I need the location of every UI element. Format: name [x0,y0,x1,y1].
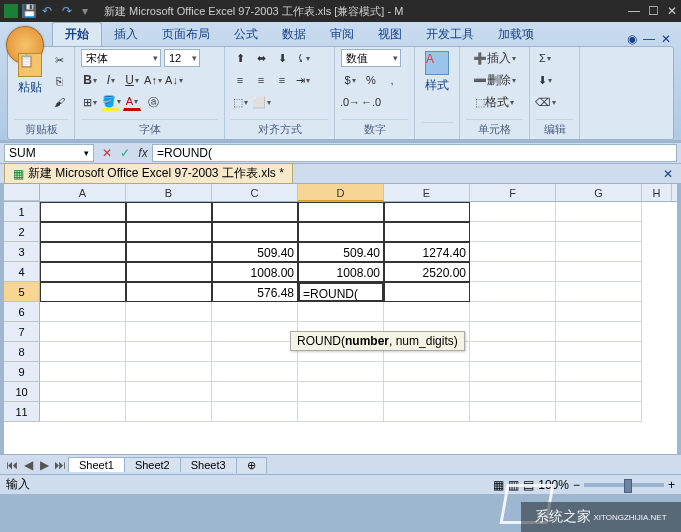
cell[interactable] [126,222,212,242]
cell[interactable] [556,382,642,402]
underline-button[interactable]: U [123,71,141,89]
tab-data[interactable]: 数据 [270,23,318,46]
cell[interactable] [556,402,642,422]
cell[interactable] [298,362,384,382]
cell[interactable] [556,302,642,322]
cell[interactable] [126,282,212,302]
row-header[interactable]: 4 [4,262,40,282]
cell[interactable] [212,402,298,422]
cell[interactable] [298,402,384,422]
select-all-corner[interactable] [4,184,40,201]
row-header[interactable]: 1 [4,202,40,222]
cell[interactable] [40,322,126,342]
row-header[interactable]: 7 [4,322,40,342]
phonetic-button[interactable]: ⓐ [144,93,162,111]
fx-button[interactable]: fx [134,146,152,160]
decrease-decimal-button[interactable]: ←.0 [362,93,380,111]
cell[interactable] [470,262,556,282]
align-middle-button[interactable]: ⬌ [252,49,270,67]
cell[interactable]: 2520.00 [384,262,470,282]
redo-icon[interactable]: ↷ [62,4,76,18]
row-header[interactable]: 11 [4,402,40,422]
bold-button[interactable]: B [81,71,99,89]
name-box[interactable]: SUM▾ [4,144,94,162]
row-header[interactable]: 10 [4,382,40,402]
sheet-nav-last[interactable]: ⏭ [52,458,68,472]
undo-icon[interactable]: ↶ [42,4,56,18]
maximize-button[interactable]: ☐ [648,4,659,18]
cell[interactable] [40,302,126,322]
cell[interactable] [212,322,298,342]
copy-icon[interactable]: ⎘ [50,72,68,90]
paste-button[interactable]: 📋 粘贴 [14,51,46,98]
align-center-button[interactable]: ≡ [252,71,270,89]
zoom-in-button[interactable]: + [668,478,675,492]
cell[interactable] [40,202,126,222]
row-header[interactable]: 6 [4,302,40,322]
cell[interactable] [126,242,212,262]
cell[interactable] [556,322,642,342]
cell[interactable] [126,262,212,282]
cell[interactable] [556,342,642,362]
cell[interactable] [470,242,556,262]
cell[interactable] [126,362,212,382]
indent-button[interactable]: ⇥ [294,71,312,89]
row-header[interactable]: 9 [4,362,40,382]
autosum-button[interactable]: Σ [536,49,554,67]
format-cells-button[interactable]: ⬚格式 [466,93,523,111]
cell[interactable] [126,322,212,342]
tab-review[interactable]: 审阅 [318,23,366,46]
cell[interactable] [298,382,384,402]
align-left-button[interactable]: ≡ [231,71,249,89]
cell[interactable] [40,402,126,422]
zoom-level[interactable]: 100% [538,478,569,492]
merge-button[interactable]: ⬜ [252,93,270,111]
row-header[interactable]: 5 [4,282,40,302]
cell[interactable] [470,342,556,362]
col-header-a[interactable]: A [40,184,126,201]
align-top-button[interactable]: ⬆ [231,49,249,67]
formula-confirm-button[interactable]: ✓ [116,146,134,160]
cell[interactable]: 1274.40 [384,242,470,262]
cell[interactable] [212,202,298,222]
cell[interactable] [556,282,642,302]
cell[interactable]: 1008.00 [298,262,384,282]
document-tab[interactable]: ▦ 新建 Microsoft Office Excel 97-2003 工作表.… [4,163,293,184]
align-bottom-button[interactable]: ⬇ [273,49,291,67]
percent-button[interactable]: % [362,71,380,89]
cell[interactable] [298,222,384,242]
currency-button[interactable]: $ [341,71,359,89]
view-break-button[interactable]: ▤ [523,478,534,492]
tab-home[interactable]: 开始 [52,22,102,46]
cell[interactable] [40,282,126,302]
orientation-button[interactable]: ⤹ [294,49,312,67]
sheet-nav-prev[interactable]: ◀ [20,458,36,472]
cell[interactable] [212,302,298,322]
cell[interactable] [40,262,126,282]
grow-font-button[interactable]: A↑ [144,71,162,89]
cell[interactable] [470,302,556,322]
tab-developer[interactable]: 开发工具 [414,23,486,46]
tab-insert[interactable]: 插入 [102,23,150,46]
cell[interactable] [556,202,642,222]
cell[interactable] [470,202,556,222]
cell[interactable] [212,382,298,402]
number-format-combo[interactable]: 数值 [341,49,401,67]
cell[interactable]: 1008.00 [212,262,298,282]
zoom-out-button[interactable]: − [573,478,580,492]
cell[interactable] [212,342,298,362]
font-size-combo[interactable]: 12 [164,49,200,67]
font-color-button[interactable]: A [123,93,141,111]
col-header-b[interactable]: B [126,184,212,201]
cell[interactable] [212,222,298,242]
styles-button[interactable]: A 样式 [421,49,453,96]
cell[interactable] [556,222,642,242]
sheet-tab[interactable]: Sheet1 [68,457,125,472]
new-sheet-button[interactable]: ⊕ [236,457,267,473]
cell[interactable] [384,362,470,382]
ribbon-minimize-icon[interactable]: — [643,32,655,46]
col-header-h[interactable]: H [642,184,672,201]
cell[interactable] [126,382,212,402]
cell[interactable] [126,342,212,362]
col-header-d[interactable]: D [298,184,384,201]
